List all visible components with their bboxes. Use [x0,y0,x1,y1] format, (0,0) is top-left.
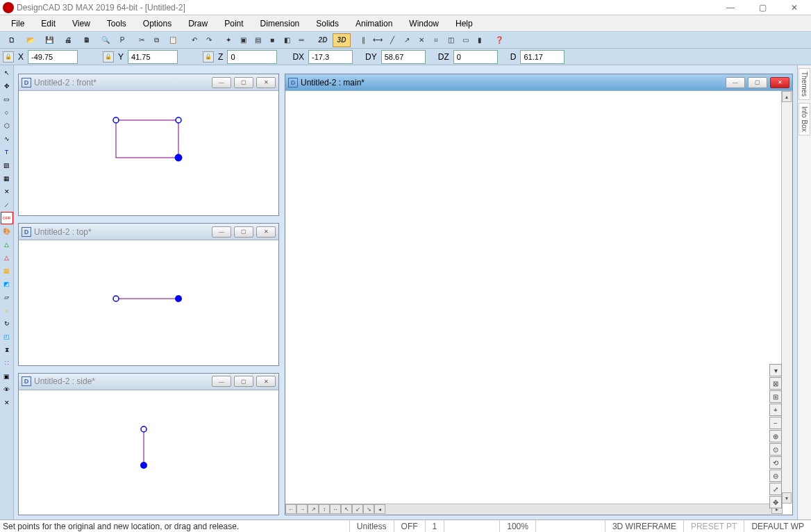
measure2-icon[interactable]: ✕ [1,397,13,409]
lock-y-icon[interactable]: 🔒 [103,51,114,63]
status-layer[interactable]: 1 [425,520,444,532]
child-minimize-button[interactable]: — [212,226,231,238]
scroll-down-icon[interactable]: ▾ [782,492,792,504]
3d-mode-icon[interactable]: 3D [333,33,351,47]
erase-icon[interactable]: ✕ [1,185,13,198]
status-preset[interactable]: PRESET PT [683,520,744,532]
child-close-button[interactable]: ✕ [770,77,789,88]
axis1-icon[interactable]: ↗ [308,504,319,514]
menu-window[interactable]: Window [401,17,447,31]
arrow-icon[interactable]: ↗ [400,33,414,47]
lock-z-icon[interactable]: 🔒 [203,51,214,63]
menu-edit[interactable]: Edit [33,17,64,31]
status-units[interactable]: Unitless [349,520,394,532]
maximize-button[interactable]: ▢ [753,1,772,15]
print-preview-icon[interactable]: 🗎 [78,33,96,47]
pan-icon[interactable]: ✥ [769,496,782,508]
canvas-main[interactable]: ▴ ▾ ←→↗↕↔↖↙↘◂ ▸ [285,91,792,515]
group-icon[interactable]: ▣ [1,370,13,383]
cut-icon[interactable]: ✂ [135,33,149,47]
horizontal-scrollbar[interactable]: ←→↗↕↔↖↙↘◂ ▸ [285,504,783,515]
help-icon[interactable]: ❓ [492,33,506,47]
layer-off-icon[interactable]: OFF [1,212,13,224]
axis6-icon[interactable]: ↘ [363,504,374,514]
line-icon[interactable]: ╱ [385,33,399,47]
input-dy[interactable]: 58.67 [381,50,426,64]
status-wp[interactable]: DEFAULT WP [744,520,811,532]
curve-icon[interactable]: ∿ [1,133,13,145]
menu-options[interactable]: Options [135,17,180,31]
minus-icon[interactable]: − [769,417,782,429]
lock-x-icon[interactable]: 🔒 [3,51,14,63]
zoom-window-icon[interactable]: 🔍 [97,33,115,47]
scroll-track[interactable] [385,504,771,515]
visibility-icon[interactable]: 👁 [1,383,13,396]
zoomprev-icon[interactable]: ⟲ [769,456,782,469]
paste-icon[interactable]: 📋 [164,33,182,47]
axis2-icon[interactable]: ↕ [319,504,330,514]
undo-icon[interactable]: ↶ [187,33,201,47]
info-icon[interactable]: ▮ [473,33,487,47]
menu-view[interactable]: View [64,17,99,31]
child-maximize-button[interactable]: ▢ [748,77,767,88]
light-icon[interactable]: ☼ [1,304,13,317]
input-dx[interactable]: -17.3 [308,50,353,64]
pan-left-icon[interactable]: ← [285,504,296,514]
plus-icon[interactable]: + [769,404,782,416]
close-button[interactable]: ✕ [785,1,804,15]
menu-solids[interactable]: Solids [308,17,347,31]
render-icon[interactable]: ◧ [280,33,294,47]
zoomfit-icon[interactable]: ⤢ [769,483,782,495]
menu-draw[interactable]: Draw [180,17,216,31]
mesh-icon[interactable]: ▦ [1,265,13,277]
open-icon[interactable]: 📂 [22,33,40,47]
canvas-top[interactable] [19,240,278,365]
scroll-up-icon[interactable]: ▴ [782,91,792,102]
menu-help[interactable]: Help [447,17,481,31]
cone-icon[interactable]: △ [1,238,13,251]
input-z[interactable]: 0 [227,50,277,64]
text-icon[interactable]: T [1,146,13,158]
child-minimize-button[interactable]: — [212,376,231,387]
copy-icon[interactable]: ⧉ [149,33,163,47]
canvas-side[interactable] [19,390,278,515]
pan-right-icon[interactable]: → [296,504,308,514]
save-icon[interactable]: 💾 [40,33,58,47]
hatch-icon[interactable]: ▨ [1,159,13,172]
dimension-icon[interactable]: ⟷ [371,33,385,47]
pointer-icon[interactable]: ↖ [1,67,13,79]
child-maximize-button[interactable]: ▢ [234,77,253,88]
select-all-icon[interactable]: ▣ [236,33,250,47]
child-minimize-button[interactable]: — [726,77,745,88]
axis4-icon[interactable]: ↖ [341,504,352,514]
sphere-icon[interactable]: △ [1,251,13,264]
redo-icon[interactable]: ↷ [202,33,216,47]
marker-icon[interactable]: ▾ [769,364,782,376]
zoomwin-icon[interactable]: ⊙ [769,443,782,456]
layers-icon[interactable]: ▤ [251,33,265,47]
status-shading[interactable]: 3D WIREFRAME [605,520,683,532]
rotate-icon[interactable]: ↻ [1,317,13,330]
snap-icon[interactable]: ⌗ [429,33,443,47]
zoomin-icon[interactable]: ⊕ [769,430,782,442]
scale-icon[interactable]: ◰ [1,331,13,343]
2d-mode-icon[interactable]: 2D [314,33,332,47]
child-close-button[interactable]: ✕ [256,376,276,387]
menu-tools[interactable]: Tools [99,17,135,31]
plane-icon[interactable]: ▱ [1,291,13,304]
pause-icon[interactable]: ∥ [356,33,370,47]
origin-icon[interactable]: ✦ [221,33,235,47]
input-y[interactable]: 41.75 [128,50,178,64]
polygon-icon[interactable]: ⬡ [1,119,13,132]
color-icon[interactable]: 🎨 [1,225,13,238]
input-dz[interactable]: 0 [453,50,498,64]
menu-file[interactable]: File [3,17,33,31]
measure-icon[interactable]: ✕ [415,33,428,47]
child-close-button[interactable]: ✕ [256,226,276,238]
menu-dimension[interactable]: Dimension [252,17,308,31]
zoomout-icon[interactable]: ⊖ [769,469,782,482]
child-close-button[interactable]: ✕ [256,77,276,88]
tab-infobox[interactable]: Info Box [799,103,810,135]
child-minimize-button[interactable]: — [212,77,231,88]
window-icon[interactable]: ◫ [444,33,458,47]
